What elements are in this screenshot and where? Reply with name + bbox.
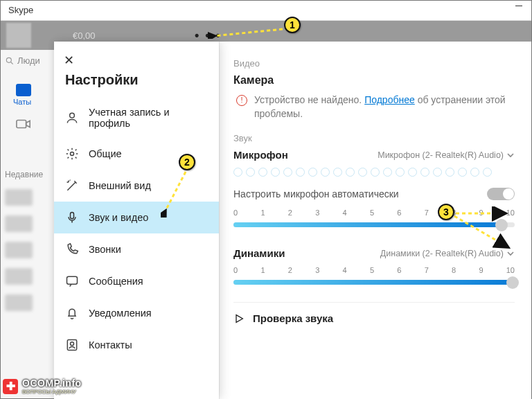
left-rail: Люди Чаты Недавние — [1, 50, 55, 398]
test-sound-row[interactable]: Проверка звука — [233, 302, 515, 324]
watermark-sub: ВОПРОСЫ АДМИНУ — [22, 389, 82, 395]
settings-item-account[interactable]: Учетная запись и профиль — [54, 98, 219, 138]
play-icon — [233, 313, 245, 324]
bell-icon — [65, 306, 79, 320]
list-item[interactable] — [5, 242, 33, 258]
list-item[interactable] — [5, 215, 33, 232]
tick: 2 — [288, 209, 292, 217]
avatar[interactable] — [6, 23, 31, 48]
phone-icon — [65, 242, 79, 256]
settings-panel: ✕ Настройки Учетная запись и профиль Общ… — [54, 42, 219, 399]
svg-point-8 — [71, 342, 74, 346]
tick: 6 — [397, 266, 401, 274]
mic-auto-label: Настроить микрофон автоматически — [233, 188, 399, 200]
speakers-device-name: Динамики (2- Realtek(R) Audio) — [380, 249, 504, 258]
watermark-icon: ✚ — [3, 379, 18, 394]
tick: 9 — [479, 266, 483, 274]
mic-auto-toggle[interactable] — [487, 188, 515, 200]
tick: 5 — [370, 266, 374, 274]
settings-item-calls[interactable]: Звонки — [54, 233, 219, 265]
settings-content: Видео Камера ! Устройство не найдено. По… — [219, 42, 531, 399]
svg-point-3 — [70, 113, 75, 118]
settings-item-label: Внешний вид — [89, 180, 151, 191]
tick: 9 — [479, 209, 483, 217]
tick: 7 — [425, 209, 429, 217]
gear-icon — [65, 147, 79, 161]
warning-icon: ! — [236, 95, 247, 106]
slider-thumb[interactable] — [506, 276, 519, 289]
tick: 0 — [233, 209, 238, 217]
camera-warning: ! Устройство не найдено. Подробнее об ус… — [233, 94, 515, 121]
balance: €0,00 — [73, 30, 96, 41]
watermark-brand: OCOMP.info — [22, 378, 82, 389]
close-icon[interactable]: ✕ — [64, 53, 74, 68]
more-menu-button[interactable]: • • • — [195, 28, 222, 43]
camera-tab-icon[interactable] — [16, 118, 55, 132]
settings-item-label: Сообщения — [89, 276, 143, 287]
test-sound-label: Проверка звука — [253, 312, 333, 324]
chat-icon — [65, 274, 79, 288]
wand-icon — [65, 179, 79, 193]
camera-title: Камера — [233, 74, 515, 87]
settings-item-label: Общие — [89, 148, 122, 159]
tick: 6 — [397, 209, 401, 217]
tick: 10 — [506, 209, 515, 217]
tick: 8 — [452, 266, 456, 274]
annotation-3: 3 — [438, 204, 454, 220]
settings-item-label: Звонки — [89, 244, 121, 255]
camera-learn-more-link[interactable]: Подробнее — [364, 94, 415, 105]
search-input[interactable]: Люди — [1, 50, 55, 71]
chevron-down-icon — [506, 249, 515, 258]
titlebar: Skype — [0, 0, 532, 21]
settings-item-appearance[interactable]: Внешний вид — [54, 170, 219, 202]
microphone-device-name: Микрофон (2- Realtek(R) Audio) — [378, 150, 504, 160]
settings-item-label: Уведомления — [89, 308, 152, 319]
chats-tab-icon[interactable] — [16, 84, 55, 96]
window-title: Skype — [8, 5, 33, 15]
tick: 4 — [343, 266, 347, 274]
settings-item-audio-video[interactable]: Звук и видео — [54, 202, 219, 233]
tick: 1 — [260, 209, 265, 217]
list-item[interactable] — [5, 268, 33, 285]
speakers-device-dropdown[interactable]: Динамики (2- Realtek(R) Audio) — [380, 249, 515, 258]
minimize-button[interactable] — [515, 6, 522, 6]
microphone-device-dropdown[interactable]: Микрофон (2- Realtek(R) Audio) — [378, 150, 515, 160]
tick: 10 — [506, 266, 515, 274]
speakers-volume-slider[interactable]: 0 1 2 3 4 5 6 7 8 9 10 — [233, 266, 515, 290]
tick: 3 — [315, 266, 319, 274]
tick: 7 — [425, 266, 429, 274]
tick: 4 — [343, 209, 347, 217]
svg-rect-2 — [17, 121, 26, 128]
microphone-level-meter — [233, 168, 515, 177]
svg-rect-5 — [71, 213, 74, 219]
tick: 5 — [370, 209, 374, 217]
list-item[interactable] — [5, 294, 33, 311]
svg-rect-7 — [67, 340, 76, 351]
slider-thumb[interactable] — [495, 219, 508, 231]
video-section-label: Видео — [233, 58, 515, 69]
tick: 0 — [233, 266, 238, 274]
svg-rect-6 — [67, 276, 78, 284]
list-item[interactable] — [5, 189, 33, 206]
settings-item-label: Контакты — [89, 339, 132, 351]
settings-item-label: Звук и видео — [89, 212, 148, 223]
speakers-title: Динамики — [233, 247, 285, 259]
annotation-1: 1 — [284, 17, 301, 33]
settings-item-contacts[interactable]: Контакты — [54, 329, 219, 361]
annotation-2: 2 — [179, 154, 195, 170]
camera-warning-text: Устройство не найдено. — [254, 94, 364, 105]
settings-item-messages[interactable]: Сообщения — [54, 265, 219, 297]
contacts-icon — [65, 338, 79, 352]
recent-label: Недавние — [5, 170, 55, 179]
search-placeholder: Люди — [17, 55, 40, 66]
svg-point-4 — [71, 152, 74, 156]
tick: 1 — [260, 266, 265, 274]
watermark: ✚ OCOMP.info ВОПРОСЫ АДМИНУ — [3, 378, 82, 395]
tick: 3 — [315, 209, 319, 217]
sound-section-label: Звук — [233, 133, 515, 143]
chevron-down-icon — [506, 151, 515, 159]
svg-line-1 — [11, 62, 13, 64]
settings-item-notifications[interactable]: Уведомления — [54, 297, 219, 329]
microphone-volume-slider[interactable]: 0 1 2 3 4 5 6 7 8 9 10 — [233, 209, 515, 232]
mic-icon — [65, 211, 79, 224]
